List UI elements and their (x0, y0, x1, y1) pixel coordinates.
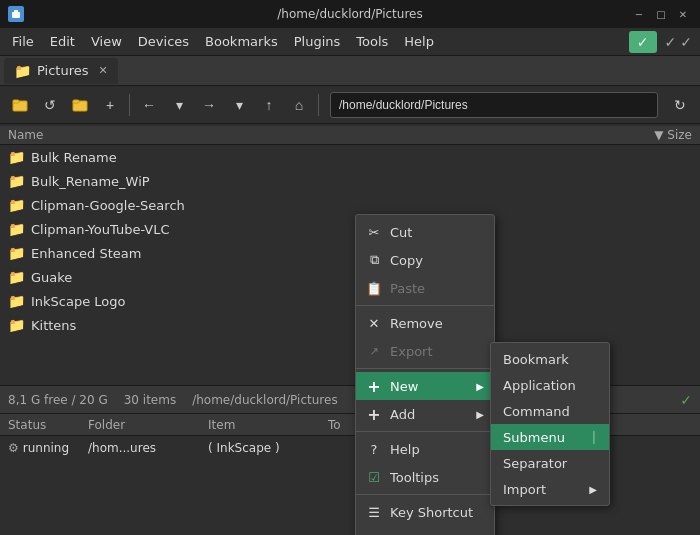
go-button[interactable]: ↻ (666, 91, 694, 119)
cm-copy[interactable]: ⧉ Copy (356, 246, 494, 274)
open-folder-button[interactable] (66, 91, 94, 119)
list-item[interactable]: 📁 Enhanced Steam (0, 241, 700, 265)
cm-cut-label: Cut (390, 225, 412, 240)
sm-application-label: Application (503, 378, 576, 393)
list-item[interactable]: 📁 Bulk Rename (0, 145, 700, 169)
new-submenu-arrow: ▶ (476, 381, 484, 392)
new-folder-button[interactable] (6, 91, 34, 119)
list-item[interactable]: 📁 Guake (0, 265, 700, 289)
filelist-header: Name ▼ Size (0, 126, 700, 145)
col-size-header: Size (667, 128, 692, 142)
confirm-button[interactable]: ✓ (629, 31, 657, 53)
forward-dropdown[interactable]: ▾ (225, 91, 253, 119)
forward-button[interactable]: → (195, 91, 223, 119)
back-dropdown[interactable]: ▾ (165, 91, 193, 119)
cm-cut[interactable]: ✂ Cut (356, 218, 494, 246)
file-name: Bulk_Rename_WiP (31, 174, 150, 189)
check2-icon[interactable]: ✓ (680, 34, 692, 50)
cm-remove[interactable]: ✕ Remove (356, 309, 494, 337)
menu-view[interactable]: View (83, 30, 130, 53)
cm-export[interactable]: ↗ Export (356, 337, 494, 365)
list-item[interactable]: 📁 Bulk_Rename_WiP (0, 169, 700, 193)
main-area: Name ▼ Size 📁 Bulk Rename 📁 Bulk_Rename_… (0, 124, 700, 385)
list-item[interactable]: 📁 InkScape Logo (0, 289, 700, 313)
svg-rect-2 (14, 10, 18, 13)
cursor-indicator: │ (590, 431, 597, 444)
sm-bookmark[interactable]: Bookmark (491, 346, 609, 372)
list-item[interactable]: 📁 Kittens (0, 313, 700, 337)
sm-import[interactable]: Import ▶ (491, 476, 609, 502)
folder-icon: 📁 (8, 317, 25, 333)
folder-icon: 📁 (8, 245, 25, 261)
titlebar: /home/ducklord/Pictures − □ ✕ (0, 0, 700, 28)
new-icon: + (366, 377, 382, 396)
menu-bookmarks[interactable]: Bookmarks (197, 30, 286, 53)
folder-icon: 📁 (8, 221, 25, 237)
add-icon: + (366, 405, 382, 424)
file-name: Clipman-YouTube-VLC (31, 222, 170, 237)
sep2 (318, 94, 319, 116)
menu-devices[interactable]: Devices (130, 30, 197, 53)
cm-add[interactable]: + Add ▶ (356, 400, 494, 428)
minimize-button[interactable]: − (630, 5, 648, 23)
check-icon[interactable]: ✓ (665, 34, 677, 50)
col-status: Status (8, 418, 88, 432)
remove-icon: ✕ (366, 316, 382, 331)
context-menu: ✂ Cut ⧉ Copy 📋 Paste ✕ Remove ↗ Export +… (355, 214, 495, 535)
tab-pictures[interactable]: 📁 Pictures ✕ (4, 58, 118, 84)
item-value: ( InkScape ) (208, 441, 328, 455)
cm-help[interactable]: ? Help (356, 435, 494, 463)
back-button[interactable]: ← (135, 91, 163, 119)
app-icon (8, 6, 24, 22)
paste-icon: 📋 (366, 281, 382, 296)
cm-new[interactable]: + New ▶ (356, 372, 494, 400)
import-arrow: ▶ (589, 484, 597, 495)
disk-free: 8,1 G free / 20 G (8, 393, 108, 407)
up-button[interactable]: ↑ (255, 91, 283, 119)
cm-shortcut[interactable]: ☰ Key Shortcut (356, 498, 494, 526)
address-bar[interactable] (330, 92, 658, 118)
menu-help[interactable]: Help (396, 30, 442, 53)
folder-icon: 📁 (8, 173, 25, 189)
folder-icon: 📁 (8, 269, 25, 285)
item-count: 30 items (124, 393, 176, 407)
tab-close-button[interactable]: ✕ (98, 64, 107, 77)
window-controls: − □ ✕ (630, 5, 692, 23)
cm-paste[interactable]: 📋 Paste (356, 274, 494, 302)
menubar: File Edit View Devices Bookmarks Plugins… (0, 28, 700, 56)
file-name: Guake (31, 270, 72, 285)
cm-properties[interactable]: ☰ Properties (356, 526, 494, 535)
menu-tools[interactable]: Tools (348, 30, 396, 53)
folder-icon: 📁 (8, 197, 25, 213)
sm-submenu[interactable]: Submenu │ (491, 424, 609, 450)
help-icon: ? (366, 442, 382, 457)
add-submenu-arrow: ▶ (476, 409, 484, 420)
col-folder: Folder (88, 418, 208, 432)
sm-command[interactable]: Command (491, 398, 609, 424)
refresh-button[interactable]: ↺ (36, 91, 64, 119)
menu-edit[interactable]: Edit (42, 30, 83, 53)
new-button[interactable]: + (96, 91, 124, 119)
menu-file[interactable]: File (4, 30, 42, 53)
sm-separator[interactable]: Separator (491, 450, 609, 476)
list-item[interactable]: 📁 Clipman-Google-Search (0, 193, 700, 217)
file-name: Enhanced Steam (31, 246, 141, 261)
maximize-button[interactable]: □ (652, 5, 670, 23)
cm-sep3 (356, 431, 494, 432)
submenu: Bookmark Application Command Submenu │ S… (490, 342, 610, 506)
cm-export-label: Export (390, 344, 433, 359)
home-button[interactable]: ⌂ (285, 91, 313, 119)
cm-tooltips[interactable]: ☑ Tooltips (356, 463, 494, 491)
cm-sep2 (356, 368, 494, 369)
filter-icon: ▼ (654, 128, 663, 142)
sm-application[interactable]: Application (491, 372, 609, 398)
cm-remove-label: Remove (390, 316, 443, 331)
col-item: Item (208, 418, 328, 432)
close-button[interactable]: ✕ (674, 5, 692, 23)
cm-shortcut-label: Key Shortcut (390, 505, 473, 520)
list-item[interactable]: 📁 Clipman-YouTube-VLC (0, 217, 700, 241)
sm-separator-label: Separator (503, 456, 567, 471)
file-name: Clipman-Google-Search (31, 198, 185, 213)
cm-new-label: New (390, 379, 418, 394)
menu-plugins[interactable]: Plugins (286, 30, 349, 53)
